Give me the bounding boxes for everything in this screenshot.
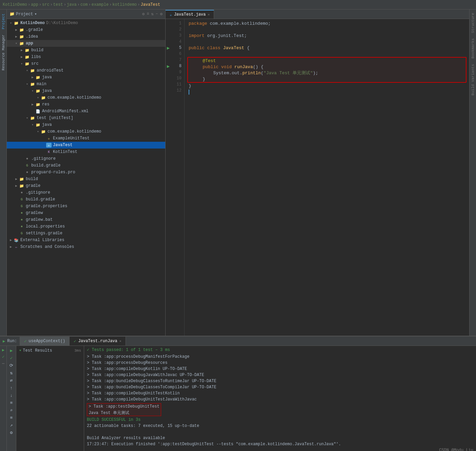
- breadcrumb-app[interactable]: app: [31, 2, 38, 7]
- gutter-6: [166, 51, 171, 57]
- gutter-4: [166, 39, 171, 45]
- tree-item-src[interactable]: ▾ 📁 src: [7, 60, 165, 67]
- build-variants-tab[interactable]: Build Variants: [470, 62, 476, 97]
- tree-item-gradle[interactable]: ▶ 📁 .gradle: [7, 26, 165, 33]
- toolbar-run-btn[interactable]: ▶: [8, 347, 15, 354]
- line-num-1: 1: [171, 20, 184, 26]
- bottom-left-icons: ▶ ✓ ⋯: [0, 346, 7, 451]
- tree-item-com-main[interactable]: ▾ 📁 com.example.kotlindemo: [7, 94, 165, 101]
- bookmarks-tab[interactable]: Bookmarks: [470, 36, 476, 60]
- project-tab-vertical[interactable]: Project: [1, 11, 6, 32]
- tree-item-test-unittest[interactable]: ▾ 📁 test [unitTest]: [7, 115, 165, 121]
- tree-item-gitignore-root[interactable]: ▶ ● .gitignore: [7, 189, 165, 196]
- tree-item-manifest[interactable]: ▶ 📄 AndroidManifest.xml: [7, 108, 165, 115]
- folder-icon: 📁: [24, 47, 30, 53]
- gutter-5[interactable]: ▶: [166, 45, 171, 51]
- tree-item-exampleunittest[interactable]: ▶ ☕ ExampleUnitTest: [7, 135, 165, 142]
- toolbar-list-btn[interactable]: ≡: [8, 399, 15, 406]
- tree-item-external-libs[interactable]: ▶ 📚 External Libraries: [7, 237, 165, 243]
- breadcrumb-test[interactable]: test: [53, 2, 63, 7]
- sync-icon[interactable]: ⚙: [142, 12, 145, 17]
- sort-icon[interactable]: ≡: [147, 12, 149, 17]
- tree-item-res[interactable]: ▶ 📁 res: [7, 101, 165, 108]
- output-line-2: > Task :app:processDebugResources: [87, 360, 473, 366]
- toolbar-menu-btn[interactable]: ≡: [8, 414, 15, 421]
- bl-more-icon[interactable]: ⋯: [1, 361, 6, 366]
- toolbar-rerun-btn[interactable]: ⟳: [8, 362, 15, 369]
- toolbar-settings-btn[interactable]: ⚙: [8, 429, 15, 436]
- tree-label-scratches: Scratches and Consoles: [20, 244, 74, 249]
- breadcrumb-java[interactable]: java: [67, 2, 77, 7]
- output-line-5: > Task :app:bundleDebugClassesToRuntimeJ…: [87, 378, 473, 384]
- structure-tab[interactable]: Structure: [470, 11, 476, 35]
- java-file-icon: ☕: [46, 136, 52, 141]
- tree-item-build-gradle-root[interactable]: ▶ G build.gradle: [7, 196, 165, 203]
- breadcrumb-com[interactable]: com: [80, 2, 88, 7]
- toolbar-check-btn[interactable]: ✓: [8, 355, 15, 361]
- tree-arrow: ▶: [19, 55, 24, 59]
- tree-item-com-test[interactable]: ▾ 📁 com.example.kotlindemo: [7, 128, 165, 135]
- toolbar-sort-btn[interactable]: ⇅: [8, 370, 15, 376]
- breadcrumb-example[interactable]: example: [92, 2, 109, 7]
- gutter-9: [166, 69, 171, 75]
- highlighted-output-block: > Task :app:testDebugUnitTest Java Test …: [87, 403, 161, 416]
- toolbar-down-btn[interactable]: ↓: [8, 392, 15, 399]
- tree-item-java-main[interactable]: ▾ 📁 java: [7, 87, 165, 94]
- tree-item-build-root[interactable]: ▶ 📁 build: [7, 176, 165, 182]
- tree-item-app[interactable]: ▾ 📁 app: [7, 40, 165, 47]
- tree-item-settings-gradle[interactable]: ▶ G settings.gradle: [7, 230, 165, 237]
- tab-file-icon: ☕: [170, 13, 172, 17]
- tree-item-gradlew-bat[interactable]: ▶ ● gradlew.bat: [7, 216, 165, 223]
- tree-item-gradlew[interactable]: ▶ ● gradlew: [7, 210, 165, 216]
- filter-icon[interactable]: ⇅: [151, 12, 153, 17]
- toolbar-filter-btn[interactable]: ⇄: [8, 377, 15, 384]
- tree-item-idea[interactable]: ▶ 📁 .idea: [7, 33, 165, 40]
- toolbar-export-btn[interactable]: ↗: [8, 422, 15, 429]
- tab-close-button[interactable]: ✕: [208, 13, 210, 17]
- tree-item-kotlintest[interactable]: ▶ K KotlinTest: [7, 149, 165, 155]
- tree-item-proguard[interactable]: ▶ ● proguard-rules.pro: [7, 169, 165, 176]
- tree-arrow: ▾: [35, 96, 41, 100]
- tree-label-gitignore-root: .gitignore: [26, 190, 50, 195]
- line-num-6: 6: [171, 51, 184, 57]
- code-line-4: [185, 39, 469, 45]
- folder-icon: 📁: [19, 183, 24, 189]
- breadcrumb-kotlindemo2[interactable]: kotlindemo: [112, 2, 137, 7]
- tree-item-libs[interactable]: ▶ 📁 libs: [7, 54, 165, 60]
- code-line-10: }: [188, 76, 466, 82]
- gutter-2: [166, 26, 171, 33]
- tree-item-scratches[interactable]: ▶ ✏ Scratches and Consoles: [7, 243, 165, 250]
- tree-label-gradle: .gradle: [26, 27, 43, 32]
- breadcrumb-src[interactable]: src: [42, 2, 50, 7]
- test-result-root[interactable]: ▾ Test Results 3ms: [16, 347, 84, 354]
- tree-item-build-gradle-app[interactable]: ▶ G build.gradle: [7, 162, 165, 169]
- gutter-7: [166, 57, 171, 63]
- tree-item-main[interactable]: ▾ 📁 main: [7, 81, 165, 87]
- tree-item-kotlindemo[interactable]: ▾ 📁 KotlinDemo D:\KotlinDemo: [7, 20, 165, 26]
- tab-javatest-runjava[interactable]: ✓ JavaTest.runJava ✕: [70, 337, 126, 346]
- tree-item-build-app[interactable]: ▶ 📁 build: [7, 47, 165, 54]
- tree-item-javatest[interactable]: ▶ ☕ JavaTest: [7, 142, 165, 149]
- bl-check-icon[interactable]: ✓: [1, 354, 6, 359]
- gutter-8[interactable]: ▶: [166, 63, 171, 69]
- tab-useappcontext[interactable]: ✓ useAppContext(): [20, 337, 70, 346]
- breadcrumb-kotlindemo[interactable]: KotlinDemo: [3, 2, 27, 7]
- tab-javatest-close[interactable]: ✕: [119, 339, 121, 343]
- tree-item-gradle-dir[interactable]: ▶ 📁 gradle: [7, 182, 165, 189]
- project-dropdown-icon[interactable]: ▾: [34, 12, 37, 17]
- tree-item-local-properties[interactable]: ▶ ● local.properties: [7, 223, 165, 230]
- tree-item-java-test[interactable]: ▾ 📁 java: [7, 121, 165, 128]
- toolbar-up-btn[interactable]: ↑: [8, 385, 15, 391]
- tree-item-java-android[interactable]: ▶ 📁 java: [7, 74, 165, 81]
- settings-icon[interactable]: ⚙: [160, 12, 163, 17]
- tree-item-gitignore-app[interactable]: ▶ ● .gitignore: [7, 155, 165, 162]
- tree-item-gradle-properties[interactable]: ▶ G gradle.properties: [7, 203, 165, 210]
- tree-item-androidtest[interactable]: ▾ 📁 androidTest: [7, 67, 165, 74]
- minimize-icon[interactable]: –: [156, 12, 158, 17]
- resource-manager-tab-vertical[interactable]: Resource Manager: [1, 32, 6, 73]
- toolbar-search-btn[interactable]: ⌕: [8, 407, 15, 414]
- editor-tab-javatest[interactable]: ☕ JavaTest.java ✕: [166, 10, 214, 19]
- run-play-icon[interactable]: ▶: [3, 339, 5, 344]
- bl-run-icon[interactable]: ▶: [1, 347, 6, 353]
- code-line-5: public class JavaTest {: [185, 45, 469, 51]
